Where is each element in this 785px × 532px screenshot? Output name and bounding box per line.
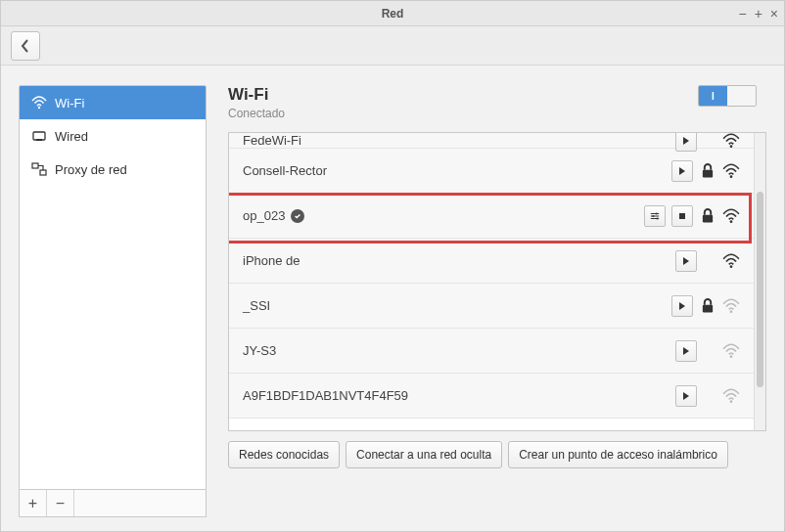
network-ssid: FedeWi-Fi bbox=[243, 133, 668, 148]
close-button[interactable]: × bbox=[770, 6, 778, 22]
svg-rect-1 bbox=[33, 132, 45, 140]
scrollbar-thumb[interactable] bbox=[757, 192, 763, 387]
network-actions bbox=[671, 160, 740, 182]
sidebar: Wi-Fi Wired Proxy de red bbox=[19, 85, 207, 490]
connect-button[interactable] bbox=[675, 133, 697, 152]
toolbar bbox=[1, 26, 784, 66]
network-ssid: A9F1BDF1DAB1NVT4F4F59 bbox=[243, 388, 668, 403]
maximize-button[interactable]: + bbox=[755, 6, 762, 22]
network-ssid: Consell-Rector bbox=[243, 163, 664, 178]
svg-rect-15 bbox=[703, 304, 713, 312]
wifi-signal-icon bbox=[722, 342, 740, 360]
spacer bbox=[703, 342, 716, 360]
wifi-toggle[interactable]: I bbox=[698, 85, 757, 107]
connect-hidden-button[interactable]: Conectar a una red oculta bbox=[346, 441, 502, 468]
network-ssid: JY-S3 bbox=[243, 343, 668, 358]
chevron-left-icon bbox=[21, 39, 30, 53]
back-button[interactable] bbox=[11, 31, 40, 61]
add-connection-button[interactable]: + bbox=[20, 490, 47, 516]
svg-point-7 bbox=[730, 175, 733, 178]
svg-rect-4 bbox=[40, 170, 46, 175]
network-ssid: _SSI bbox=[243, 298, 664, 313]
sidebar-item-label: Wi-Fi bbox=[55, 96, 84, 111]
network-list-container: FedeWi-Fi Consell-Rector bbox=[228, 132, 766, 431]
sidebar-item-proxy[interactable]: Proxy de red bbox=[20, 153, 206, 186]
sidebar-item-wired[interactable]: Wired bbox=[20, 119, 206, 153]
content-area: Wi-Fi Wired Proxy de red + − bbox=[1, 66, 784, 531]
settings-button[interactable] bbox=[644, 205, 666, 227]
proxy-icon bbox=[31, 161, 47, 177]
sidebar-container: Wi-Fi Wired Proxy de red + − bbox=[19, 85, 207, 517]
svg-point-14 bbox=[730, 265, 733, 268]
page-title: Wi-Fi bbox=[228, 85, 285, 105]
header-row: Wi-Fi Conectado I bbox=[228, 85, 766, 120]
network-ssid: iPhone de bbox=[243, 253, 668, 268]
connect-button[interactable] bbox=[675, 340, 697, 362]
connect-button[interactable] bbox=[675, 385, 697, 407]
wifi-signal-icon bbox=[722, 162, 740, 180]
network-ssid: op_023 bbox=[243, 208, 636, 223]
network-actions bbox=[644, 205, 740, 227]
network-row[interactable]: _SSI bbox=[229, 284, 754, 329]
network-ssid-text: op_023 bbox=[243, 208, 285, 223]
main-panel: Wi-Fi Conectado I FedeWi-Fi bbox=[207, 85, 766, 517]
network-row[interactable]: JY-S3 bbox=[229, 329, 754, 374]
window-title: Red bbox=[382, 7, 404, 21]
minimize-button[interactable]: − bbox=[738, 6, 746, 22]
svg-point-18 bbox=[730, 400, 733, 403]
spacer bbox=[703, 387, 716, 405]
svg-point-17 bbox=[730, 355, 733, 358]
bottom-button-row: Redes conocidas Conectar a una red ocult… bbox=[228, 441, 766, 468]
spacer bbox=[703, 133, 716, 150]
network-row[interactable]: FedeWi-Fi bbox=[229, 133, 754, 149]
wifi-signal-icon bbox=[722, 207, 740, 225]
wifi-signal-icon bbox=[722, 252, 740, 270]
network-actions bbox=[671, 295, 740, 317]
connect-button[interactable] bbox=[671, 160, 693, 182]
switch-on-side: I bbox=[699, 86, 727, 106]
network-actions bbox=[675, 250, 740, 272]
svg-point-5 bbox=[730, 145, 733, 148]
lock-icon bbox=[699, 297, 716, 315]
svg-rect-2 bbox=[36, 139, 42, 141]
remove-connection-button[interactable]: − bbox=[47, 490, 74, 516]
network-row[interactable]: Consell-Rector bbox=[229, 149, 754, 194]
svg-rect-3 bbox=[32, 163, 38, 168]
spacer bbox=[703, 252, 716, 270]
network-actions bbox=[675, 385, 740, 407]
connected-check-icon bbox=[291, 209, 304, 223]
scrollbar[interactable] bbox=[754, 133, 765, 430]
sidebar-item-label: Wired bbox=[55, 129, 88, 144]
status-label: Conectado bbox=[228, 107, 285, 120]
svg-point-13 bbox=[730, 220, 733, 223]
svg-point-0 bbox=[38, 107, 40, 109]
wifi-icon bbox=[31, 95, 47, 111]
titlebar: Red − + × bbox=[1, 1, 784, 26]
connect-button[interactable] bbox=[671, 295, 693, 317]
known-networks-button[interactable]: Redes conocidas bbox=[228, 441, 340, 468]
disconnect-button[interactable] bbox=[671, 205, 693, 227]
network-row[interactable]: iPhone de bbox=[229, 239, 754, 284]
network-list: FedeWi-Fi Consell-Rector bbox=[229, 133, 754, 430]
lock-icon bbox=[699, 207, 716, 225]
svg-rect-6 bbox=[703, 169, 713, 177]
sidebar-item-wifi[interactable]: Wi-Fi bbox=[20, 86, 206, 119]
create-hotspot-button[interactable]: Crear un punto de acceso inalámbrico bbox=[508, 441, 728, 468]
network-row-connected[interactable]: op_023 bbox=[229, 194, 754, 239]
network-actions bbox=[675, 340, 740, 362]
network-row[interactable]: A9F1BDF1DAB1NVT4F4F59 bbox=[229, 374, 754, 419]
header-text: Wi-Fi Conectado bbox=[228, 85, 285, 120]
svg-rect-11 bbox=[679, 213, 685, 219]
wifi-signal-icon bbox=[722, 133, 740, 150]
wifi-signal-icon bbox=[722, 297, 740, 315]
svg-rect-12 bbox=[703, 214, 713, 222]
connect-button[interactable] bbox=[675, 250, 697, 272]
network-actions bbox=[675, 133, 740, 152]
window-root: Red − + × Wi-Fi bbox=[0, 0, 785, 532]
svg-rect-9 bbox=[653, 215, 655, 217]
svg-point-16 bbox=[730, 310, 733, 313]
sidebar-footer: + − bbox=[19, 490, 207, 517]
svg-rect-8 bbox=[656, 212, 658, 214]
svg-rect-10 bbox=[657, 217, 659, 219]
wifi-signal-icon bbox=[722, 387, 740, 405]
